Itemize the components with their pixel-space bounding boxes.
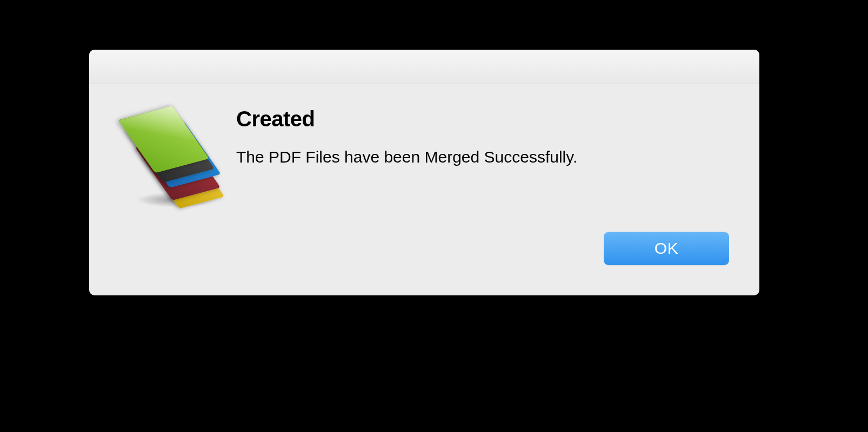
stacked-books-icon bbox=[119, 106, 228, 208]
ok-button[interactable]: OK bbox=[604, 232, 729, 265]
dialog-title: Created bbox=[236, 107, 729, 131]
dialog-titlebar bbox=[89, 50, 759, 84]
dialog-body: Created The PDF Files have been Merged S… bbox=[89, 84, 759, 295]
button-row: OK bbox=[604, 232, 729, 265]
alert-dialog: Created The PDF Files have been Merged S… bbox=[89, 50, 759, 295]
dialog-text: Created The PDF Files have been Merged S… bbox=[236, 108, 729, 168]
dialog-message: The PDF Files have been Merged Successfu… bbox=[236, 146, 729, 168]
